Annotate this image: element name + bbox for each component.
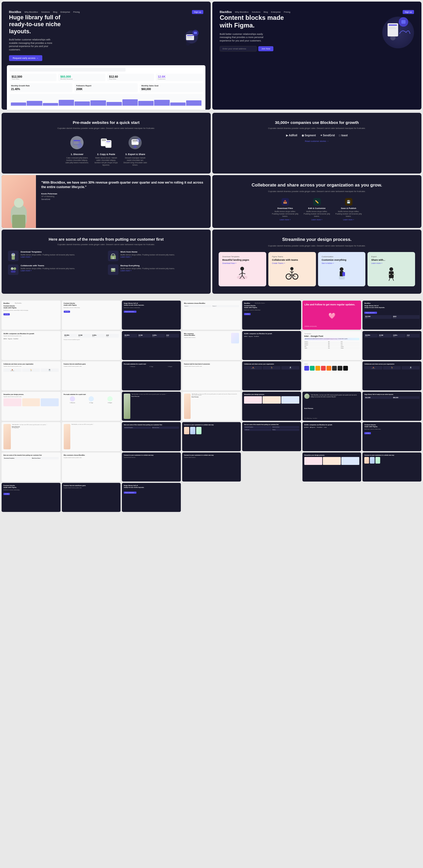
svg-rect-36 (11, 256, 15, 260)
testimonial-company: SendGrid (41, 198, 205, 200)
pink-cta-box: Like and Follow to get more regular upda… (303, 301, 361, 330)
nav-right: BlackBox Why BlockBox Solutions Blog Ent… (220, 10, 414, 14)
colors-box: Colors (303, 361, 361, 391)
gallery-thumb-1: BlockBox Why BlockBox Content blocksmade… (2, 301, 60, 330)
nav-right-why[interactable]: Why BlockBox (235, 11, 249, 13)
learn-more-save[interactable]: Learn more + (336, 219, 362, 221)
gallery-col3-thumb-5-inner: Here are some of the rewards from puttin… (122, 422, 181, 451)
gallery-col5-thumb-5: Here are some of the rewards from puttin… (242, 422, 301, 451)
streamline-card-2-title: Collaborate with teams (272, 258, 312, 261)
streamline-card-3-action[interactable]: See in Action + (322, 262, 362, 264)
logo-left: BlockBox (9, 10, 21, 13)
gallery-col5-thumb-1: BlackBox Why BlockBox Solutions Content … (242, 301, 301, 330)
email-input[interactable]: Enter your email address (220, 46, 257, 52)
nav-right-solutions[interactable]: Solutions (252, 11, 260, 13)
gallery-col4-thumb-2-inner: Why customerschoose BlockBox Cupcake dan… (182, 331, 241, 360)
testimonial-section: "With BlockBox, we have seen 30% revenue… (2, 175, 211, 228)
svg-rect-63 (342, 272, 345, 276)
signup-button-left[interactable]: Sign up (192, 10, 203, 14)
reward-work-link[interactable]: Learn more + (120, 256, 175, 258)
gallery-col2-thumb-1: Content blocksmade with Figma. Build bet… (62, 301, 121, 330)
streamline-card-1-illustration (222, 264, 262, 283)
nav-right-enterprise[interactable]: Enterprise (271, 11, 281, 13)
reward-download-link[interactable]: Learn more + (21, 256, 75, 258)
nav-enterprise[interactable]: Enterprise (60, 11, 70, 13)
nav-solutions[interactable]: Solutions (41, 11, 50, 13)
collab-subtitle: Cupcake danish tiramisu powder soda ging… (219, 190, 415, 193)
edit-icon-box: ✏️ (313, 198, 321, 206)
gallery-col3-thumb-2: 99.95%Uptime 10.5MUsers 3,000+Blocks A12… (122, 331, 181, 360)
reward-work-icon (108, 251, 118, 261)
nav-blog[interactable]: Blog (53, 11, 57, 13)
reward-backup-link[interactable]: Learn more + (120, 270, 175, 272)
step-1-title: 1. Discover (65, 153, 89, 156)
step-2: 2. Copy & Paste Wafer donut donut. Halva… (94, 135, 118, 166)
third-row: "With BlockBox, we have seen 30% revenue… (0, 175, 423, 228)
stat-avg-order: $12.60 Avg Order (107, 74, 154, 81)
typography-alphabet: ABCDEFGHIJKLMNOPQRSTUVWXYZ abcdefghijklm… (304, 338, 360, 340)
testimonial-quote: "With BlockBox, we have seen 30% revenue… (41, 180, 205, 189)
step-2-desc: Wafer donut donut. Halvah wafer chocolat… (94, 157, 118, 166)
testimonial-mini-box: "With BlockBox, we have seen 30% revenue… (303, 392, 361, 421)
join-button[interactable]: Join Now (258, 46, 273, 51)
signup-button-right[interactable]: Sign up (403, 10, 414, 14)
swatch-amber (315, 366, 320, 371)
testimonial-role: VP of Marketing (41, 195, 205, 197)
dashboard-mockup: $12,500 Total Sales $60,000 Monthly Reve… (7, 65, 205, 110)
svg-point-64 (389, 267, 393, 271)
streamline-card-1-action[interactable]: Download Now + (222, 262, 262, 264)
learn-more-edit[interactable]: Learn more + (304, 219, 330, 221)
bar-11 (170, 102, 186, 106)
nav-pricing[interactable]: Pricing (73, 11, 80, 13)
pink-cta-title: Like and Follow to get more regular upda… (305, 303, 359, 306)
hero-cta-button[interactable]: Request early access → (9, 55, 42, 61)
gallery-thumb-1-inner: BlockBox Why BlockBox Content blocksmade… (2, 301, 60, 330)
logo-sendgrid: ✦ SendGrid (320, 134, 335, 137)
colors-label: Colors (304, 363, 360, 365)
reward-collab-link[interactable]: Learn more + (21, 270, 75, 272)
gallery-col4-thumb-5-inner: Connect to your customers in a whole new… (182, 422, 241, 451)
svg-point-40 (13, 267, 16, 270)
gallery-thumb-7: Content blocksmade with Figma. Build bet… (2, 483, 60, 512)
testimonial-mini-avatar (304, 394, 310, 399)
nav-right-pricing[interactable]: Pricing (284, 11, 290, 13)
hero-left-title: Huge library full of ready-to-use niche … (9, 14, 62, 35)
gallery-grid: BlockBox Why BlockBox Content blocksmade… (2, 301, 421, 512)
gallery-thumb-4-inner: Streamline your design process. Cupcake … (2, 392, 60, 421)
typography-label: Typography (304, 333, 360, 334)
streamline-card-4-action[interactable]: Learn more + (371, 262, 412, 264)
collab-feature-save-desc: Muffin lemon drops toffee. Pudding toots… (336, 210, 362, 217)
streamline-card-2-action[interactable]: Create Teams + (272, 262, 312, 264)
gallery-thumb-5: "With BlockBox, we have seen 30% revenue… (2, 422, 60, 451)
read-stories-link[interactable]: Read customer stories → (219, 140, 415, 143)
gallery-companies-mini: 30,000+ companies use Blockbox for growt… (303, 422, 361, 451)
chart-area (9, 94, 203, 107)
gallery-col3-thumb-6-inner: Connect to your customers in a whole new… (122, 453, 181, 482)
learn-more-download[interactable]: Learn more + (272, 219, 299, 221)
step-2-icon (98, 135, 114, 151)
stat-monthly-rev: $60,000 Monthly Revenue (58, 74, 105, 81)
svg-rect-9 (389, 25, 397, 26)
step-2-title: 2. Copy & Paste (94, 153, 118, 156)
gallery-section: BlockBox Why BlockBox Content blocksmade… (0, 299, 423, 514)
hero-left-desc: Build better customer relationships with… (9, 38, 57, 51)
streamline-card-2-illustration (272, 264, 312, 283)
reward-download-text: Download Templates Muffin lemon drops to… (21, 251, 75, 258)
companies-subtitle: Cupcake danish tiramisu powder soda ging… (219, 127, 415, 130)
nav-right-blog[interactable]: Blog (263, 11, 268, 13)
gallery-col7-thumb-4-inner: Huge library full of ready-to-use niche … (363, 392, 421, 421)
gallery-col7-thumb-6-inner: Connect to your customers in a whole new… (363, 453, 421, 482)
bar-3 (43, 103, 58, 106)
gallery-col3-thumb-7: Huge library full ofready-to-use niche l… (122, 483, 181, 512)
collab-features-row: 📥 Download Files Muffin lemon drops toff… (219, 198, 415, 220)
pink-cta-link[interactable]: dribbble.com/yousha (305, 326, 359, 327)
bar-1 (11, 102, 26, 106)
gallery-col7-thumb-5: Content blocksmade with Figma. Build bet… (363, 422, 421, 451)
streamline-card-4-category: Export (371, 256, 412, 257)
svg-line-48 (239, 273, 242, 275)
gallery-col3-thumb-3-inner: Pre-made websites for a quick start 1. D… (122, 361, 181, 391)
nav-why[interactable]: Why BlockBox (24, 11, 38, 13)
gallery-col2-thumb-6-inner: Why customers choose BlockBox Cupcake da… (62, 453, 121, 482)
testimonial-mini-img: "With BlockBox, we have seen 30% revenue… (304, 394, 360, 399)
svg-point-7 (186, 41, 190, 46)
